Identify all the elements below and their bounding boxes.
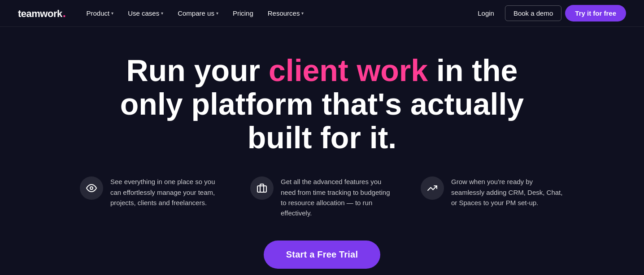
svg-point-0 xyxy=(90,187,93,189)
growth-icon xyxy=(421,176,444,200)
hero-section: Run your client work in the only platfor… xyxy=(0,27,644,275)
nav-links: Product ▾ Use cases ▾ Compare us ▾ Prici… xyxy=(80,6,470,21)
nav-item-pricing[interactable]: Pricing xyxy=(226,6,260,21)
briefcase-icon xyxy=(250,176,274,200)
svg-rect-1 xyxy=(257,186,266,192)
cta-section: Start a Free Trial No credit card requir… xyxy=(264,241,380,275)
logo-wordmark: teamwork xyxy=(18,8,62,19)
chevron-down-icon: ▾ xyxy=(301,11,304,16)
nav-item-compare-us[interactable]: Compare us ▾ xyxy=(171,6,225,21)
logo-text: teamwork. xyxy=(18,6,65,20)
chevron-down-icon: ▾ xyxy=(161,11,163,16)
features-row: See everything in one place so you can e… xyxy=(71,176,573,218)
start-trial-button[interactable]: Start a Free Trial xyxy=(264,241,380,269)
eye-icon xyxy=(80,176,103,200)
nav-item-use-cases[interactable]: Use cases ▾ xyxy=(122,6,170,21)
login-button[interactable]: Login xyxy=(470,6,501,21)
navbar: teamwork. Product ▾ Use cases ▾ Compare … xyxy=(0,0,644,27)
feature-item-1: Get all the advanced features you need f… xyxy=(250,176,394,218)
book-demo-button[interactable]: Book a demo xyxy=(505,5,561,21)
chevron-down-icon: ▾ xyxy=(111,11,113,16)
nav-item-resources[interactable]: Resources ▾ xyxy=(261,6,310,21)
hero-title: Run your client work in the only platfor… xyxy=(107,54,537,154)
chevron-down-icon: ▾ xyxy=(216,11,218,16)
feature-item-0: See everything in one place so you can e… xyxy=(80,176,223,218)
nav-item-product[interactable]: Product ▾ xyxy=(80,6,120,21)
try-free-button[interactable]: Try it for free xyxy=(565,5,626,21)
feature-item-2: Grow when you're ready by seamlessly add… xyxy=(421,176,564,218)
logo[interactable]: teamwork. xyxy=(18,6,65,20)
hero-highlight: client work xyxy=(269,53,428,87)
logo-dot: . xyxy=(63,6,66,20)
nav-right: Login Book a demo Try it for free xyxy=(470,5,626,21)
